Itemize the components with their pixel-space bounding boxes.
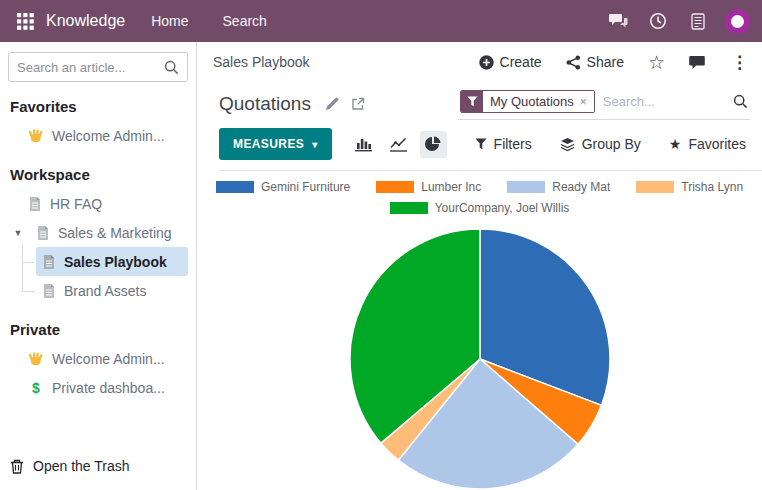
section-favorites-title: Favorites [8,98,188,115]
activities-clock-icon[interactable] [643,8,673,34]
embedded-view-header: Quotations My Quotations [197,82,762,120]
document-icon [42,283,56,299]
sidebar-item-label: Sales & Marketing [58,225,172,241]
share-icon [566,55,581,70]
filter-funnel-icon [467,96,478,107]
hand-wave-icon [28,128,44,144]
sidebar-item-label: Sales Playbook [64,254,167,270]
sales-marketing-children: Sales Playbook Brand Assets [22,247,188,305]
trash-icon [10,459,24,474]
external-link-icon[interactable] [351,97,365,111]
article-search-input[interactable] [17,60,164,75]
view-search-input[interactable] [595,94,733,109]
sidebar-item-welcome-private[interactable]: Welcome Admin... [8,344,188,373]
favorite-star-icon[interactable]: ☆ [648,53,665,72]
plus-circle-icon [479,55,494,70]
expander-icon[interactable]: ▼ [8,228,28,238]
knowledge-sidebar: Favorites Welcome Admin... Workspace HR … [0,42,197,490]
caret-down-icon: ▾ [312,139,317,150]
open-trash-label: Open the Trash [33,458,130,474]
sidebar-item-label: Welcome Admin... [52,351,165,367]
messages-icon[interactable] [603,8,633,34]
legend-item[interactable]: Trisha Lynn [636,180,743,194]
legend-swatch [376,181,414,193]
sidebar-item-label: Welcome Admin... [52,128,165,144]
pie-chart-area [197,228,762,490]
measures-label: MEASURES [233,137,304,151]
legend-item[interactable]: Gemini Furniture [216,180,350,194]
view-title: Quotations [219,93,311,115]
legend-label: YourCompany, Joel Willis [435,201,570,215]
star-filled-icon: ★ [669,136,682,152]
sidebar-item-label: HR FAQ [50,196,102,212]
sidebar-item-sales-playbook[interactable]: Sales Playbook [36,247,188,276]
legend-swatch [390,202,428,214]
user-avatar[interactable] [725,9,750,34]
filter-facet[interactable]: My Quotations × [460,90,595,113]
bar-chart-button[interactable] [350,131,377,158]
sidebar-item-label: Private dashboa... [52,380,165,396]
article-search-box[interactable] [8,52,188,82]
legend-label: Gemini Furniture [261,180,350,194]
legend-swatch [636,181,674,193]
search-icon[interactable] [733,94,748,109]
sidebar-item-sales-marketing[interactable]: ▼ Sales & Marketing [8,218,188,247]
sidebar-item-private-dashboard[interactable]: $ Private dashboa... [8,373,188,402]
sidebar-item-welcome-favorite[interactable]: Welcome Admin... [8,121,188,150]
main-content: Sales Playbook Create Share ☆ [197,42,762,490]
layers-icon [560,137,575,152]
line-chart-button[interactable] [385,131,412,158]
facet-label: My Quotations [490,94,574,109]
legend-item[interactable]: YourCompany, Joel Willis [390,201,570,215]
legend-item[interactable]: Lumber Inc [376,180,481,194]
filters-button[interactable]: Filters [475,136,532,152]
pie-chart [349,228,611,490]
open-trash-button[interactable]: Open the Trash [8,452,188,480]
hand-wave-icon [28,351,44,367]
section-private-title: Private [8,321,188,338]
menu-home[interactable]: Home [151,13,188,29]
kebab-menu-icon[interactable]: ⋮ [731,52,748,73]
create-button[interactable]: Create [479,54,542,70]
share-label: Share [587,54,624,70]
favorites-label: Favorites [688,136,746,152]
pie-chart-icon [425,136,441,152]
pie-chart-button[interactable] [420,131,447,158]
breadcrumb-bar: Sales Playbook Create Share ☆ [197,42,762,82]
breadcrumb[interactable]: Sales Playbook [213,54,310,70]
create-label: Create [500,54,542,70]
chatter-icon[interactable] [689,55,707,70]
document-icon [36,225,50,241]
group-by-label: Group By [582,136,641,152]
bar-chart-icon [355,137,372,152]
document-icon [28,196,42,212]
search-icon [164,60,179,75]
app-title[interactable]: Knowledge [46,12,125,30]
legend-swatch [507,181,545,193]
legend-label: Trisha Lynn [681,180,743,194]
edit-pencil-icon[interactable] [325,97,339,111]
topbar: Knowledge Home Search [0,0,762,42]
sidebar-item-hr-faq[interactable]: HR FAQ [8,189,188,218]
menu-search[interactable]: Search [223,13,267,29]
sidebar-item-label: Brand Assets [64,283,147,299]
sidebar-item-brand-assets[interactable]: Brand Assets [36,276,188,305]
legend-label: Ready Mat [552,180,610,194]
document-icon [42,254,56,270]
legend-label: Lumber Inc [421,180,481,194]
apps-grid-icon[interactable] [12,8,38,34]
filters-label: Filters [494,136,532,152]
filter-funnel-icon [475,138,487,150]
legend-swatch [216,181,254,193]
favorites-button[interactable]: ★ Favorites [669,136,746,152]
group-by-button[interactable]: Group By [560,136,641,152]
graph-control-panel: MEASURES ▾ [219,128,762,171]
legend-item[interactable]: Ready Mat [507,180,610,194]
dollar-icon: $ [28,380,44,396]
facet-remove-icon[interactable]: × [580,95,587,109]
share-button[interactable]: Share [566,54,624,70]
chart-legend: Gemini FurnitureLumber IncReady MatTrish… [197,180,762,222]
section-workspace-title: Workspace [8,166,188,183]
measures-button[interactable]: MEASURES ▾ [219,128,332,160]
modules-icon[interactable] [683,8,713,34]
